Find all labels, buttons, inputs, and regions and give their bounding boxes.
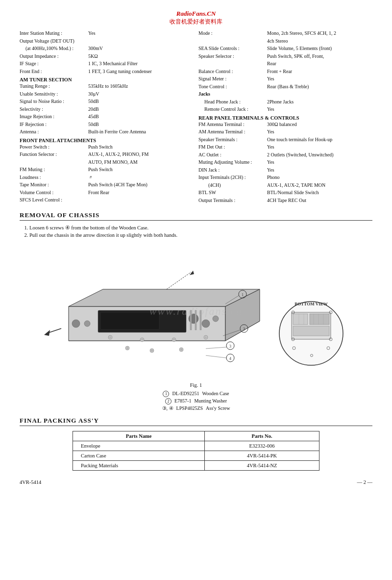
spec-row: Signal to Noise Ratio : 50dB bbox=[20, 98, 194, 105]
svg-rect-12 bbox=[195, 310, 196, 330]
spec-row: Image Rejection : 45dB bbox=[20, 113, 194, 121]
svg-line-50 bbox=[206, 355, 226, 358]
packing-table: Parts Name Parts No. Envelope E32332-006… bbox=[73, 431, 319, 471]
svg-text:3: 3 bbox=[229, 344, 231, 349]
chassis-diagram: 1 2 3 4 BOTTOM VIEW bbox=[20, 243, 372, 380]
spec-row: AM Antenna Terminal : Yes bbox=[198, 128, 372, 136]
spec-row: Jacks bbox=[198, 91, 372, 98]
spec-row: (at 400Hz,100% Mod.) : 300mV bbox=[20, 45, 194, 52]
spec-row: Remote Control Jack : Yes bbox=[198, 106, 372, 113]
legend-row-1: 1 DL-ED92251 Wooden Case bbox=[163, 391, 229, 397]
spec-row: Function Selector : AUX-1, AUX-2, PHONO,… bbox=[20, 151, 194, 158]
spec-row: FM Muting : Push Switch bbox=[20, 166, 194, 174]
spec-row: Speaker Selector : Push Switch, SPK off,… bbox=[198, 53, 372, 60]
spec-row: BTL SW BTL/Normal Slide Switch bbox=[198, 189, 372, 197]
svg-rect-13 bbox=[200, 310, 201, 330]
parts-no-3: 4VR-5414-NZ bbox=[205, 461, 319, 471]
spec-row: Output Impedance : 5KΩ bbox=[20, 53, 194, 60]
parts-name-3: Packing Materials bbox=[73, 461, 205, 471]
legend-item-2: 2 E7857-1 Munting Washer bbox=[165, 398, 227, 404]
svg-rect-55 bbox=[310, 314, 329, 325]
table-row: Carton Case 4VR-5414-PK bbox=[73, 451, 319, 461]
svg-rect-11 bbox=[190, 310, 192, 330]
legend-num-3: ③, ④ bbox=[162, 405, 173, 411]
spec-row: 4ch Stereo bbox=[198, 38, 372, 45]
spec-row: Antenna : Built-in Ferrite Core Antenna bbox=[20, 128, 194, 136]
svg-rect-54 bbox=[293, 314, 308, 325]
legend-code-2: E7857-1 bbox=[174, 398, 191, 404]
spec-row: AUTO, FM MONO, AM bbox=[20, 159, 194, 166]
spec-row: DIN Jack : Yes bbox=[198, 167, 372, 174]
parts-name-2: Carton Case bbox=[73, 451, 205, 461]
spec-row: Rear bbox=[198, 60, 372, 68]
table-row: Envelope E32332-006 bbox=[73, 441, 319, 451]
spec-row: Speaker Terminals : One touch terminals … bbox=[198, 136, 372, 144]
spec-row: SFCS Level Control : bbox=[20, 197, 194, 204]
removal-heading: REMOVAL OF CHASSIS bbox=[20, 211, 372, 221]
spec-row: Output Terminals : 4CH Tape REC Out bbox=[198, 197, 372, 204]
am-tuner-title: AM TUNER SECTION bbox=[20, 77, 194, 82]
fig-caption: Fig. 1 bbox=[20, 382, 372, 388]
spec-row: Signal Meter : Yes bbox=[198, 76, 372, 83]
spec-row: FM Det Out : Yes bbox=[198, 144, 372, 151]
legend-desc-3: Ass'y Screw bbox=[206, 405, 230, 411]
front-panel-title: FRONT PANEL ATTACHMENTS bbox=[20, 138, 194, 143]
svg-point-6 bbox=[72, 320, 80, 328]
spec-row: Front End : 1 FET, 3 Gang tuning condens… bbox=[20, 68, 194, 76]
legend-item-3: ③, ④ LPSP4025ZS Ass'y Screw bbox=[162, 405, 230, 411]
spec-row: Tape Monitor : Push Switch (4CH Tape Mon… bbox=[20, 181, 194, 189]
col-header-parts-name: Parts Name bbox=[73, 431, 205, 441]
parts-name-1: Envelope bbox=[73, 441, 205, 451]
table-row: Packing Materials 4VR-5414-NZ bbox=[73, 461, 319, 471]
spec-row: Output Voltage (DET OUT) bbox=[20, 38, 194, 45]
spec-row: Selectivity : 20dB bbox=[20, 106, 194, 113]
spec-row: (4CH) AUX-1, AUX-2, TAPE MON bbox=[198, 182, 372, 189]
removal-step-1: Loosen 6 screws ④ from the bottom of the… bbox=[29, 225, 372, 230]
spec-row: IF Rejection : 50dB bbox=[20, 121, 194, 128]
site-chinese: 收音机爱好者资料库 bbox=[20, 18, 372, 26]
spec-row: SEA Slide Controls : Slide Volume, 5 Ele… bbox=[198, 45, 372, 52]
legend-code-1: DL-ED92251 bbox=[172, 391, 199, 397]
spec-row: Tuning Renge : 535kHz to 1605kHz bbox=[20, 83, 194, 90]
svg-rect-56 bbox=[293, 326, 329, 336]
legend-row-3: ③, ④ LPSP4025ZS Ass'y Screw bbox=[162, 405, 230, 411]
footer-model: 4VR-5414 bbox=[20, 479, 41, 485]
svg-line-37 bbox=[167, 272, 191, 289]
spec-row: FM Antenna Terminal : 300Ω balanced bbox=[198, 121, 372, 128]
spec-row: Inter Station Muting : Yes bbox=[20, 30, 194, 37]
svg-marker-38 bbox=[190, 271, 194, 275]
svg-point-10 bbox=[213, 316, 219, 322]
footer-page: — 2 — bbox=[357, 479, 373, 485]
footer: 4VR-5414 — 2 — bbox=[20, 479, 372, 485]
legend-num-2: 2 bbox=[165, 398, 172, 404]
diagram-area: www.radiofans.cn bbox=[20, 243, 372, 380]
svg-text:4: 4 bbox=[229, 356, 231, 361]
spec-row: Loudness : 〃 bbox=[20, 174, 194, 181]
spec-row: Muting Adjusting Volume : Yes bbox=[198, 159, 372, 166]
site-name: RadioFans.CN bbox=[20, 10, 372, 18]
spec-row: Head Phone Jack : 2Phone Jacks bbox=[198, 99, 372, 106]
svg-text:2: 2 bbox=[243, 327, 245, 331]
legend-code-3: LPSP4025ZS bbox=[176, 405, 203, 411]
spec-row: Usable Sensitivity : 30μV bbox=[20, 91, 194, 98]
svg-point-7 bbox=[84, 321, 90, 327]
spec-row: IF Stage : 1 IC, 3 Mechanical Filter bbox=[20, 60, 194, 68]
legend-item-1: 1 DL-ED92251 Wooden Case bbox=[163, 391, 229, 397]
parts-no-2: 4VR-5414-PK bbox=[205, 451, 319, 461]
svg-rect-5 bbox=[100, 312, 159, 329]
spec-row: Balance Control : Front + Rear bbox=[198, 68, 372, 76]
parts-legend: 1 DL-ED92251 Wooden Case 2 E7857-1 Munti… bbox=[20, 391, 372, 412]
spec-row: Tone Control : Rear (Bass & Treble) bbox=[198, 83, 372, 91]
legend-row-2: 2 E7857-1 Munting Washer bbox=[165, 398, 227, 404]
final-packing-title: FINAL PACKING ASS'Y bbox=[20, 417, 372, 426]
spec-row: Mode : Mono, 2ch Stereo, SFCS 4CH, 1, 2 bbox=[198, 30, 372, 37]
removal-step-2: Pull out the chassis in the arrow direct… bbox=[29, 232, 372, 238]
svg-text:1: 1 bbox=[242, 293, 244, 297]
parts-no-1: E32332-006 bbox=[205, 441, 319, 451]
legend-desc-1: Wooden Case bbox=[202, 391, 229, 397]
specs-left: Inter Station Muting : Yes Output Voltag… bbox=[20, 30, 194, 204]
legend-num-1: 1 bbox=[163, 391, 169, 397]
specs-right: Mode : Mono, 2ch Stereo, SFCS 4CH, 1, 2 … bbox=[198, 30, 372, 204]
spec-row: Power Switch : Push Switch bbox=[20, 144, 194, 151]
page-header: RadioFans.CN 收音机爱好者资料库 bbox=[20, 10, 372, 26]
